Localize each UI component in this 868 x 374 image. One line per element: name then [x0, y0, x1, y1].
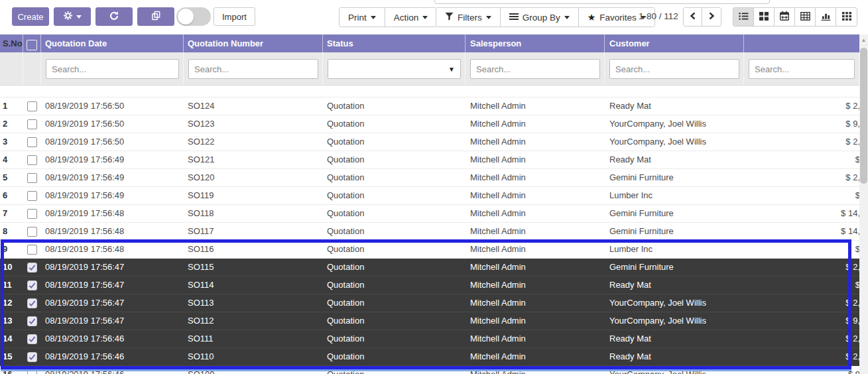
next-page-button[interactable]	[702, 8, 721, 26]
status-cell: Quotation	[323, 259, 465, 276]
header-quotation-number[interactable]: Quotation Number	[184, 34, 323, 52]
quotation-number-cell: SO112	[184, 312, 323, 330]
quotation-date-cell: 08/19/2019 17:56:47	[41, 277, 184, 294]
salesperson-filter-input[interactable]	[470, 59, 600, 79]
grid-view-button[interactable]	[836, 8, 857, 26]
header-sno[interactable]: S.No	[0, 34, 23, 52]
header-customer[interactable]: Customer	[605, 34, 744, 52]
quotation-number-cell: SO111	[184, 330, 323, 347]
quotation-number-cell: SO120	[184, 169, 323, 186]
table-row[interactable]: 2 08/19/2019 17:56:50 SO123 Quotation Mi…	[0, 115, 859, 133]
table-row[interactable]: 3 08/19/2019 17:56:50 SO122 Quotation Mi…	[0, 133, 859, 151]
salesperson-cell: Mitchell Admin	[465, 169, 605, 186]
view-switcher	[733, 7, 857, 27]
row-checkbox[interactable]	[27, 370, 37, 374]
select-caret-icon: ▼	[448, 66, 455, 73]
duplicate-button[interactable]	[137, 7, 174, 26]
table-row[interactable]: 1 08/19/2019 17:56:50 SO124 Quotation Mi…	[0, 97, 859, 115]
previous-page-button[interactable]	[684, 8, 702, 26]
salesperson-cell: Mitchell Admin	[465, 277, 605, 294]
calendar-view-button[interactable]	[775, 8, 795, 26]
row-checkbox[interactable]	[27, 173, 37, 183]
header-quotation-date[interactable]: Quotation Date	[41, 34, 184, 52]
row-checkbox[interactable]	[27, 245, 37, 255]
total-cell: $ 2,	[744, 97, 859, 115]
scrollbar-thumb[interactable]	[860, 48, 867, 184]
table-row[interactable]: 13 08/19/2019 17:56:47 SO112 Quotation M…	[0, 312, 859, 330]
salesperson-cell: Mitchell Admin	[465, 97, 605, 115]
quotation-number-cell: SO117	[184, 223, 323, 240]
row-checkbox[interactable]	[27, 119, 37, 129]
header-salesperson[interactable]: Salesperson	[465, 34, 605, 52]
total-cell: $ 2,	[744, 169, 859, 186]
total-cell: $ 2,	[744, 348, 859, 365]
total-cell: $	[744, 151, 859, 168]
quotation-number-cell: SO122	[184, 133, 323, 151]
table-row[interactable]: 14 08/19/2019 17:56:46 SO111 Quotation M…	[0, 330, 859, 348]
row-checkbox[interactable]	[27, 155, 37, 165]
table-row[interactable]: 16 08/19/2019 17:56:46 SO109 Quotation M…	[0, 366, 859, 374]
create-button[interactable]: Create	[12, 7, 49, 26]
customer-filter-input[interactable]	[609, 59, 739, 79]
customer-cell: YourCompany, Joel Willis	[605, 115, 744, 133]
list-view-button[interactable]	[733, 8, 754, 26]
import-button[interactable]: Import	[214, 7, 255, 26]
table-row[interactable]: 15 08/19/2019 17:56:46 SO110 Quotation M…	[0, 348, 859, 366]
table-row[interactable]: 10 08/19/2019 17:56:47 SO115 Quotation M…	[0, 259, 859, 277]
table-row[interactable]: 5 08/19/2019 17:56:49 SO120 Quotation Mi…	[0, 169, 859, 187]
status-cell: Quotation	[323, 169, 465, 186]
check-icon	[29, 300, 36, 307]
row-checkbox[interactable]	[27, 263, 37, 273]
salesperson-cell: Mitchell Admin	[465, 151, 605, 168]
row-checkbox[interactable]	[27, 298, 37, 308]
kanban-view-button[interactable]	[754, 8, 775, 26]
pager-buttons	[683, 7, 721, 27]
quotation-date-filter-input[interactable]	[46, 59, 179, 79]
caret-down-icon	[76, 15, 82, 19]
row-checkbox[interactable]	[27, 352, 37, 362]
action-dropdown-button[interactable]: Action	[385, 8, 437, 27]
row-checkbox[interactable]	[27, 316, 37, 326]
table-row[interactable]: 11 08/19/2019 17:56:47 SO114 Quotation M…	[0, 277, 859, 294]
pivot-view-button[interactable]	[795, 8, 816, 26]
header-status[interactable]: Status	[323, 34, 465, 52]
graph-view-button[interactable]	[816, 8, 836, 26]
total-cell: $ 14,	[744, 205, 859, 222]
status-cell: Quotation	[323, 294, 465, 312]
filters-dropdown-button[interactable]: Filters	[436, 8, 501, 27]
vertical-scrollbar[interactable]: ▲	[859, 34, 868, 374]
quotation-date-cell: 08/19/2019 17:56:50	[41, 133, 184, 151]
row-checkbox[interactable]	[27, 280, 37, 290]
row-checkbox[interactable]	[27, 209, 37, 219]
total-filter-input[interactable]	[749, 59, 855, 79]
check-icon	[29, 282, 36, 289]
settings-dropdown-button[interactable]	[54, 7, 91, 26]
table-header-row: S.No Quotation Date Quotation Number Sta…	[0, 34, 859, 52]
quotation-number-filter-input[interactable]	[188, 59, 318, 79]
refresh-button[interactable]	[95, 7, 133, 26]
check-icon	[29, 318, 36, 325]
row-checkbox[interactable]	[27, 334, 37, 344]
quotation-date-cell: 08/19/2019 17:56:47	[41, 259, 184, 276]
table-row[interactable]: 6 08/19/2019 17:56:49 SO119 Quotation Mi…	[0, 187, 859, 205]
row-checkbox[interactable]	[27, 191, 37, 201]
customer-cell: Ready Mat	[605, 97, 744, 115]
toggle-switch[interactable]	[176, 7, 211, 26]
print-dropdown-button[interactable]: Print	[340, 8, 385, 27]
table-row[interactable]: 8 08/19/2019 17:56:48 SO117 Quotation Mi…	[0, 223, 859, 241]
table-row[interactable]: 7 08/19/2019 17:56:48 SO118 Quotation Mi…	[0, 205, 859, 223]
table-row[interactable]: 9 08/19/2019 17:56:48 SO116 Quotation Mi…	[0, 241, 859, 259]
status-filter-select[interactable]: ▼	[328, 59, 461, 79]
header-total[interactable]: Total	[744, 34, 859, 52]
group-by-dropdown-button[interactable]: Group By	[501, 8, 579, 27]
row-checkbox[interactable]	[27, 101, 37, 111]
table-row[interactable]: 12 08/19/2019 17:56:47 SO113 Quotation M…	[0, 294, 859, 312]
select-all-checkbox[interactable]	[27, 40, 37, 50]
row-checkbox[interactable]	[27, 227, 37, 237]
table-row[interactable]: 4 08/19/2019 17:56:49 SO121 Quotation Mi…	[0, 151, 859, 169]
search-input[interactable]	[434, 0, 770, 4]
scroll-up-icon[interactable]: ▲	[859, 36, 868, 44]
row-number: 13	[3, 316, 12, 326]
search-tools-group: Filters Group By ★ Favorites	[436, 7, 655, 27]
row-checkbox[interactable]	[27, 137, 37, 147]
